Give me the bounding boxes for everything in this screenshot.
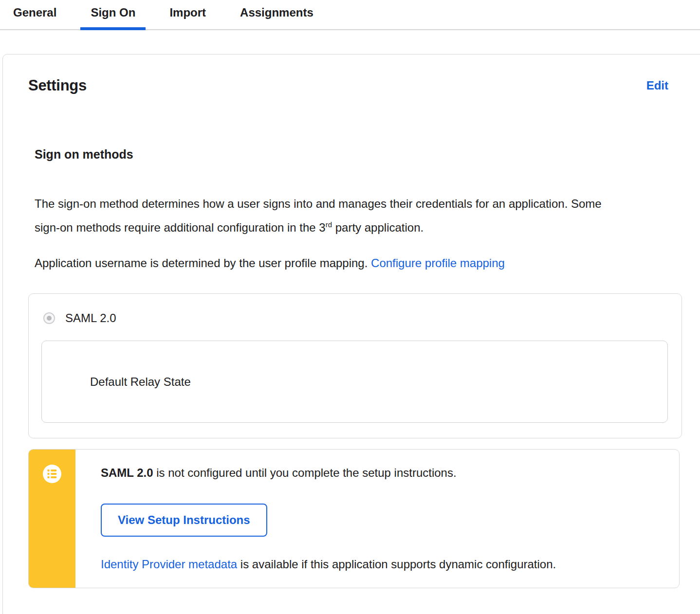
bullet-list-icon [42, 464, 62, 484]
page-title: Settings [28, 76, 87, 95]
tab-bar: General Sign On Import Assignments [0, 0, 700, 30]
description-text: The sign-on method determines how a user… [35, 197, 602, 234]
saml-method-box: SAML 2.0 Default Relay State [28, 293, 682, 438]
setup-callout: SAML 2.0 is not configured until you com… [28, 449, 680, 588]
callout-message-bold: SAML 2.0 [101, 466, 153, 479]
settings-card-header: Settings Edit [28, 76, 668, 95]
default-relay-state-field: Default Relay State [41, 341, 668, 423]
configure-profile-mapping-link[interactable]: Configure profile mapping [371, 256, 505, 270]
settings-card: Settings Edit Sign on methods The sign-o… [2, 54, 700, 614]
edit-link[interactable]: Edit [646, 79, 668, 92]
callout-metadata-rest: is available if this application support… [237, 558, 556, 571]
relay-state-label: Default Relay State [90, 375, 191, 389]
identity-provider-metadata-link[interactable]: Identity Provider metadata [101, 558, 237, 571]
view-setup-instructions-button[interactable]: View Setup Instructions [101, 504, 267, 537]
username-description: Application username is determined by th… [35, 251, 619, 275]
callout-metadata-line: Identity Provider metadata is available … [101, 557, 556, 572]
callout-message: SAML 2.0 is not configured until you com… [101, 466, 556, 480]
tab-general[interactable]: General [3, 2, 67, 29]
callout-message-rest: is not configured until you complete the… [153, 466, 457, 479]
callout-accent-strip [29, 450, 75, 588]
sign-on-description: The sign-on method determines how a user… [35, 192, 619, 239]
section-title: Sign on methods [35, 146, 700, 163]
tab-sign-on[interactable]: Sign On [80, 2, 146, 29]
saml-radio-dot [47, 316, 52, 321]
description-superscript: rd [326, 220, 332, 229]
sign-on-methods-section: Sign on methods The sign-on method deter… [28, 146, 700, 588]
saml-radio-row: SAML 2.0 [43, 311, 682, 325]
tab-import[interactable]: Import [159, 2, 216, 29]
description-text-tail: party application. [332, 221, 424, 234]
tab-assignments[interactable]: Assignments [230, 2, 324, 29]
saml-radio-label: SAML 2.0 [65, 311, 116, 325]
username-text: Application username is determined by th… [35, 256, 368, 270]
saml-radio[interactable] [43, 312, 55, 324]
callout-body: SAML 2.0 is not configured until you com… [75, 450, 575, 588]
